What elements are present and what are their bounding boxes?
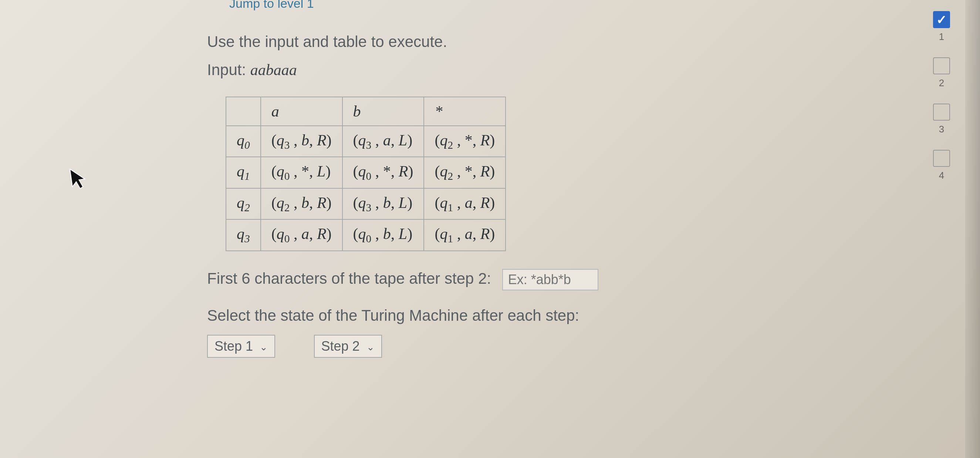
progress-number-1: 1: [939, 31, 944, 43]
cell-q1-b: (q0 , *, R): [342, 157, 424, 188]
cell-q0-a: (q3 , b, R): [261, 126, 342, 157]
cell-q1-a: (q0 , *, L): [261, 157, 342, 188]
chevron-down-icon: ⌄: [366, 342, 375, 353]
select-state-text: Select the state of the Turing Machine a…: [207, 307, 725, 324]
tape-question: First 6 characters of the tape after ste…: [207, 269, 725, 290]
state-cell: q1: [226, 157, 261, 188]
check-icon: ✓: [936, 12, 947, 27]
cell-q1-star: (q2 , *, R): [424, 157, 506, 188]
progress-item-2[interactable]: [933, 57, 950, 74]
step-1-select[interactable]: Step 1 ⌄: [207, 335, 275, 358]
table-header-row: a b *: [226, 97, 506, 126]
jump-to-level-link[interactable]: Jump to level 1: [229, 0, 725, 11]
step-2-select[interactable]: Step 2 ⌄: [314, 335, 382, 358]
transition-table: a b * q0 (q3 , b, R) (q3 , a, L) (q2 , *…: [226, 97, 506, 251]
input-line: Input: aabaaa: [207, 61, 725, 79]
state-cell: q3: [226, 219, 261, 251]
table-row: q1 (q0 , *, L) (q0 , *, R) (q2 , *, R): [226, 157, 506, 188]
table-header-star: *: [424, 97, 506, 126]
table-header-a: a: [261, 97, 342, 126]
chevron-down-icon: ⌄: [259, 342, 268, 353]
page-edge-shadow: [965, 0, 980, 458]
progress-number-2: 2: [939, 77, 944, 89]
progress-item-4[interactable]: [933, 150, 950, 167]
question-content: Jump to level 1 Use the input and table …: [207, 0, 725, 358]
step-2-label: Step 2: [321, 338, 360, 354]
table-row: q0 (q3 , b, R) (q3 , a, L) (q2 , *, R): [226, 126, 506, 157]
cell-q0-star: (q2 , *, R): [424, 126, 506, 157]
progress-item-1-done[interactable]: ✓: [933, 11, 950, 28]
tape-question-text: First 6 characters of the tape after ste…: [207, 270, 491, 287]
table-header-blank: [226, 97, 261, 126]
cell-q0-b: (q3 , a, L): [342, 126, 424, 157]
mouse-cursor-icon: [68, 165, 90, 197]
progress-sidebar: ✓ 1 2 3 4: [927, 11, 956, 196]
state-cell: q2: [226, 188, 261, 219]
input-label: Input:: [207, 61, 250, 78]
instruction-text: Use the input and table to execute.: [207, 33, 725, 51]
cell-q3-a: (q0 , a, R): [261, 219, 342, 251]
step-1-label: Step 1: [215, 338, 253, 354]
progress-item-3[interactable]: [933, 104, 950, 121]
cell-q2-star: (q1 , a, R): [424, 188, 506, 219]
progress-number-4: 4: [939, 170, 944, 181]
table-row: q2 (q2 , b, R) (q3 , b, L) (q1 , a, R): [226, 188, 506, 219]
table-header-b: b: [342, 97, 424, 126]
cell-q3-star: (q1 , a, R): [424, 219, 506, 251]
cell-q2-b: (q3 , b, L): [342, 188, 424, 219]
tape-answer-input[interactable]: [502, 269, 598, 290]
cell-q3-b: (q0 , b, L): [342, 219, 424, 251]
cell-q2-a: (q2 , b, R): [261, 188, 342, 219]
table-row: q3 (q0 , a, R) (q0 , b, L) (q1 , a, R): [226, 219, 506, 251]
progress-number-3: 3: [939, 124, 944, 135]
input-value: aabaaa: [250, 61, 297, 78]
state-cell: q0: [226, 126, 261, 157]
